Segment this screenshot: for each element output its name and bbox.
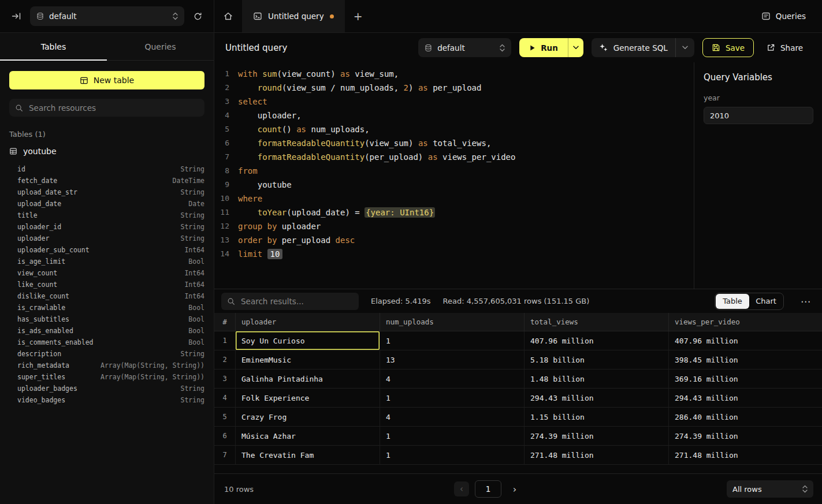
code-line[interactable]: 14limit 10 — [214, 247, 694, 261]
column-row[interactable]: upload_date_strString — [0, 186, 214, 198]
code-line[interactable]: 8from — [214, 164, 694, 178]
column-row[interactable]: titleString — [0, 210, 214, 221]
save-button[interactable]: Save — [702, 38, 754, 57]
table-cell[interactable]: 294.43 million — [524, 389, 668, 407]
query-database-selector[interactable]: default — [418, 38, 511, 57]
code-line[interactable]: 12group by uploader — [214, 219, 694, 233]
table-cell[interactable]: Folk Experience — [235, 389, 380, 407]
column-row[interactable]: video_badgesString — [0, 394, 214, 406]
column-row[interactable]: has_subtitlesBool — [0, 313, 214, 325]
column-row[interactable]: is_crawlableBool — [0, 302, 214, 313]
table-cell[interactable]: EminemMusic — [235, 350, 380, 369]
tab-queries[interactable]: Queries — [107, 33, 214, 60]
line-number: 4 — [214, 109, 229, 122]
column-row[interactable]: fetch_dateDateTime — [0, 175, 214, 186]
home-button[interactable] — [214, 0, 242, 32]
column-row[interactable]: uploader_idString — [0, 221, 214, 233]
column-row[interactable]: is_ads_enabledBool — [0, 325, 214, 337]
table-cell[interactable]: 274.39 million — [524, 427, 668, 445]
code-line[interactable]: 6 formatReadableQuantity(view_sum) as to… — [214, 136, 694, 150]
table-cell[interactable]: Galinha Pintadinha — [235, 369, 380, 388]
code-line[interactable]: 9 youtube — [214, 178, 694, 192]
database-selector[interactable]: default — [30, 6, 184, 26]
column-row[interactable]: like_countInt64 — [0, 279, 214, 290]
table-cell[interactable]: 398.45 million — [668, 350, 822, 369]
run-options-button[interactable] — [568, 38, 583, 57]
code-line[interactable]: 2 round(view_sum / num_uploads, 2) as pe… — [214, 81, 694, 95]
column-header[interactable]: uploader — [235, 313, 380, 331]
column-row[interactable]: uploader_badgesString — [0, 383, 214, 394]
view-chart-button[interactable]: Chart — [749, 294, 783, 309]
code-line[interactable]: 11 toYear(upload_date) = {year: UInt16} — [214, 206, 694, 219]
code-line[interactable]: 4 uploader, — [214, 109, 694, 122]
view-table-button[interactable]: Table — [716, 294, 749, 309]
table-cell[interactable]: 4 — [380, 369, 524, 388]
code-line[interactable]: 7 formatReadableQuantity(per_upload) as … — [214, 150, 694, 164]
column-row[interactable]: descriptionString — [0, 348, 214, 360]
table-cell[interactable]: Música Azhar — [235, 427, 380, 445]
table-cell[interactable]: 274.39 million — [668, 427, 822, 445]
column-row[interactable]: is_comments_enabledBool — [0, 337, 214, 348]
column-row[interactable]: upload_dateDate — [0, 198, 214, 210]
share-button[interactable]: Share — [762, 38, 808, 57]
table-cell[interactable]: 5.18 billion — [524, 350, 668, 369]
column-header[interactable]: num_uploads — [380, 313, 524, 331]
column-row[interactable]: uploader_sub_countInt64 — [0, 244, 214, 256]
next-page-button[interactable]: › — [507, 481, 522, 496]
table-cell[interactable]: 286.40 million — [668, 408, 822, 426]
table-cell[interactable]: The Crevatin Fam — [235, 446, 380, 464]
table-cell[interactable]: 1 — [380, 331, 524, 350]
table-cell[interactable]: 369.16 million — [668, 369, 822, 388]
code-line[interactable]: 3select — [214, 95, 694, 109]
generate-sql-button[interactable]: Generate SQL — [592, 38, 694, 57]
table-cell[interactable]: 1 — [380, 389, 524, 407]
results-search-input[interactable] — [240, 296, 353, 307]
column-row[interactable]: idString — [0, 163, 214, 175]
column-row[interactable]: is_age_limitBool — [0, 256, 214, 267]
sidebar-search-input[interactable] — [28, 103, 199, 113]
column-type: Bool — [188, 256, 204, 267]
code-line[interactable]: 5 count() as num_uploads, — [214, 122, 694, 136]
new-table-button[interactable]: New table — [9, 71, 204, 89]
table-cell[interactable]: 271.48 million — [524, 446, 668, 464]
column-header[interactable]: total_views — [524, 313, 668, 331]
code-line[interactable]: 1with sum(view_count) as view_sum, — [214, 67, 694, 81]
tab-tables[interactable]: Tables — [0, 33, 107, 60]
query-tab[interactable]: Untitled query — [242, 0, 345, 32]
table-cell[interactable]: 1 — [380, 446, 524, 464]
column-header[interactable]: # — [214, 313, 235, 331]
run-button[interactable]: Run — [519, 38, 568, 57]
line-number: 14 — [214, 247, 229, 261]
table-cell[interactable]: 1 — [380, 427, 524, 445]
more-options-button[interactable]: ⋯ — [798, 296, 813, 307]
page-size-selector[interactable]: All rows — [727, 480, 813, 498]
column-row[interactable]: rich_metadataArray(Map(String, String)) — [0, 360, 214, 371]
variable-year-input[interactable] — [704, 107, 813, 124]
column-row[interactable]: dislike_countInt64 — [0, 290, 214, 302]
table-cell[interactable]: 1.15 billion — [524, 408, 668, 426]
sql-editor[interactable]: 1with sum(view_count) as view_sum,2 roun… — [214, 62, 694, 289]
table-cell[interactable]: 271.48 million — [668, 446, 822, 464]
code-line[interactable]: 10where — [214, 192, 694, 206]
column-row[interactable]: super_titlesArray(Map(String, String)) — [0, 371, 214, 383]
generate-sql-options[interactable] — [675, 38, 694, 57]
code-line[interactable]: 13order by per_upload desc — [214, 233, 694, 247]
table-cell[interactable]: 4 — [380, 408, 524, 426]
previous-page-button[interactable]: ‹ — [454, 481, 469, 496]
table-cell[interactable]: 407.96 million — [524, 331, 668, 350]
refresh-button[interactable] — [191, 10, 204, 23]
column-header[interactable]: views_per_video — [668, 313, 822, 331]
table-cell[interactable]: 294.43 million — [668, 389, 822, 407]
table-cell[interactable]: 407.96 million — [668, 331, 822, 350]
table-cell[interactable]: 13 — [380, 350, 524, 369]
table-cell[interactable]: Crazy Frog — [235, 408, 380, 426]
collapse-sidebar-button[interactable] — [9, 9, 23, 23]
table-cell[interactable]: 1.48 billion — [524, 369, 668, 388]
queries-button[interactable]: Queries — [758, 0, 809, 32]
column-row[interactable]: view_countInt64 — [0, 267, 214, 279]
table-item-youtube[interactable]: youtube — [9, 147, 204, 156]
page-number-input[interactable] — [475, 480, 501, 498]
new-tab-button[interactable]: + — [345, 0, 371, 32]
table-cell[interactable]: Soy Un Curioso — [235, 331, 380, 350]
column-row[interactable]: uploaderString — [0, 233, 214, 244]
